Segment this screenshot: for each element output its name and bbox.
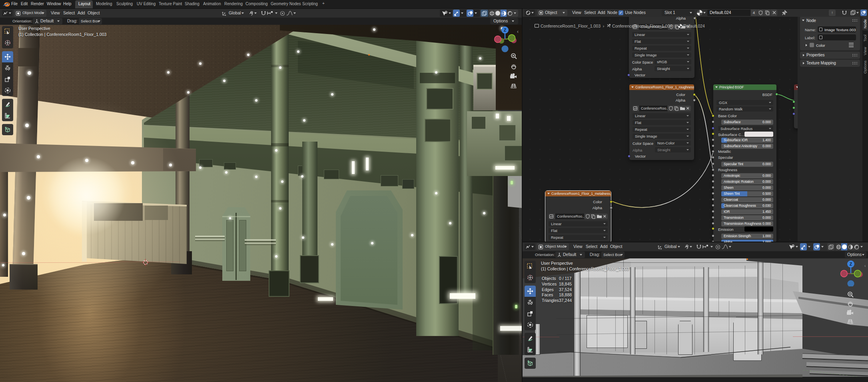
svg-text:Z: Z — [850, 262, 852, 266]
svg-text:Z: Z — [504, 28, 506, 32]
